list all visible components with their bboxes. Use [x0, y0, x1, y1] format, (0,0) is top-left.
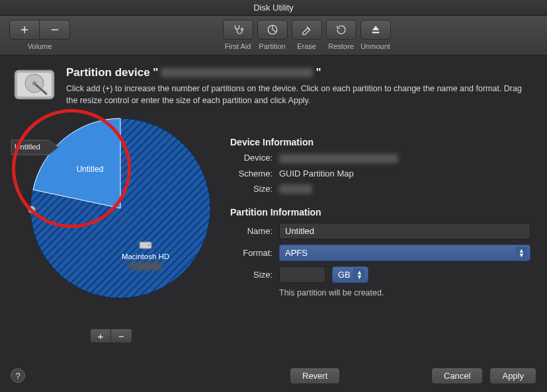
svg-text:Untitled: Untitled	[15, 143, 40, 151]
revert-button[interactable]: Revert	[290, 368, 340, 384]
help-button[interactable]: ?	[11, 368, 25, 383]
info-area: Device Information Device: Scheme: GUID …	[230, 116, 534, 340]
restore-label: Restore	[328, 42, 354, 50]
restore-icon	[335, 24, 347, 36]
redacted-slice-size	[129, 262, 162, 270]
hard-drive-icon	[13, 66, 56, 103]
svg-point-0	[241, 28, 243, 30]
toolbar-volume-group: Volume	[9, 20, 70, 50]
unmount-button[interactable]	[360, 20, 391, 40]
size-field-label: Size:	[230, 270, 273, 280]
sheet-title: Partition device ""	[66, 66, 534, 79]
partition-label: Partition	[259, 42, 285, 50]
eject-icon	[370, 24, 382, 36]
scheme-value: GUID Partition Map	[279, 169, 354, 178]
device-label: Device:	[230, 153, 273, 163]
unmount-label: Unmount	[360, 42, 390, 50]
svg-rect-12	[140, 242, 151, 249]
redacted-device-name	[161, 68, 313, 77]
erase-label: Erase	[297, 42, 316, 50]
toolbar-volume-label: Volume	[28, 42, 52, 50]
volume-remove-button[interactable]	[40, 20, 70, 40]
chevron-updown-icon: ▲▼	[357, 270, 362, 280]
minus-icon	[49, 24, 61, 36]
redacted-device-value	[279, 154, 398, 163]
selected-partition-tag[interactable]: Untitled	[11, 139, 60, 155]
dialog-footer: ? Revert Cancel Apply	[0, 359, 547, 392]
add-partition-button[interactable]: +	[90, 329, 111, 343]
disk-icon	[139, 240, 152, 251]
slice-macintosh-hd-label: Macintosh HD	[106, 240, 185, 270]
erase-icon	[301, 24, 313, 36]
svg-rect-2	[372, 32, 379, 33]
plus-icon	[19, 24, 30, 36]
partition-size-unit-select[interactable]: GB ▲▼	[332, 266, 368, 283]
first-aid-label: First Aid	[225, 42, 251, 50]
resize-handle[interactable]	[28, 206, 36, 214]
remove-partition-button[interactable]: −	[111, 329, 132, 343]
window-titlebar: Disk Utility	[0, 0, 547, 16]
partition-hint: This partition will be created.	[279, 288, 534, 297]
svg-point-13	[148, 245, 149, 246]
content-area: Partition device "" Click add (+) to inc…	[0, 56, 547, 359]
window-title: Disk Utility	[253, 3, 294, 13]
partition-size-input[interactable]	[279, 266, 325, 283]
scheme-label: Scheme:	[230, 169, 273, 178]
partition-name-input[interactable]	[279, 223, 530, 239]
partition-button[interactable]	[257, 20, 288, 40]
device-info-heading: Device Information	[230, 137, 534, 147]
format-field-label: Format:	[230, 248, 273, 258]
volume-add-button[interactable]	[9, 20, 40, 40]
first-aid-button[interactable]	[223, 20, 253, 40]
slice-untitled-label: Untitled	[63, 165, 116, 174]
partition-icon	[267, 24, 278, 36]
partition-pie-area: Untitled Untitled Macintosh HD + −	[13, 116, 212, 340]
stethoscope-icon	[232, 24, 244, 36]
cancel-button[interactable]: Cancel	[431, 368, 483, 384]
sheet-instructions: Click add (+) to increase the number of …	[66, 83, 534, 106]
erase-button[interactable]	[292, 20, 322, 40]
toolbar: Volume First Aid Partition Erase Resto	[0, 16, 547, 56]
apply-button[interactable]: Apply	[489, 368, 536, 384]
device-size-label: Size:	[230, 184, 273, 194]
name-field-label: Name:	[230, 226, 273, 236]
partition-info-heading: Partition Information	[230, 207, 534, 217]
partition-format-select[interactable]: APFS ▲▼	[279, 245, 530, 261]
chevron-updown-icon: ▲▼	[519, 249, 525, 258]
restore-button[interactable]	[326, 20, 357, 40]
toolbar-center-group: First Aid Partition Erase Restore Unmoun…	[223, 20, 391, 50]
redacted-device-size	[279, 184, 312, 194]
